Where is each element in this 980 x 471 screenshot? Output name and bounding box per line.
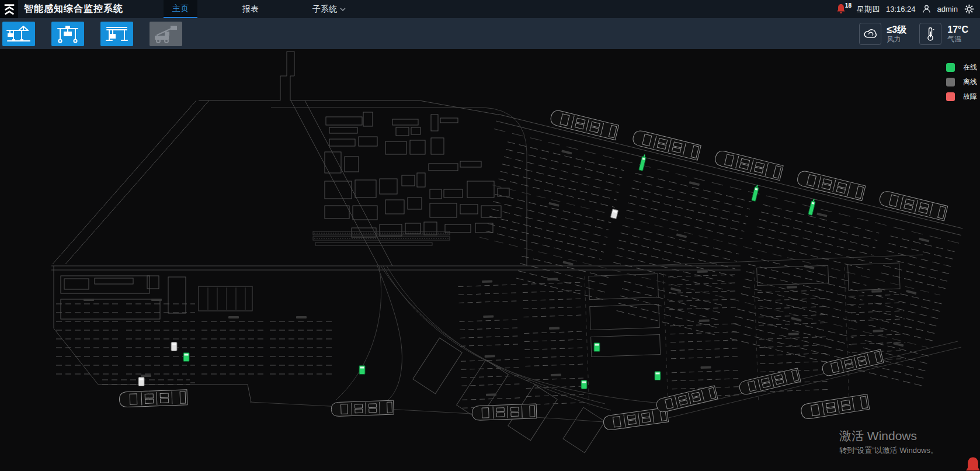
equipment-marker[interactable] <box>752 185 760 202</box>
alarm-bell-icon <box>963 455 980 471</box>
legend-offline-label: 离线 <box>963 77 977 87</box>
weather-panel: ≤3级 风力 17°C 气温 <box>859 18 968 49</box>
fault-swatch <box>946 92 955 101</box>
app-logo <box>0 0 18 18</box>
tab-home[interactable]: 主页 <box>164 0 197 18</box>
ship <box>738 368 801 396</box>
docked-ships-north <box>550 109 948 221</box>
container-rows-left-yard <box>56 299 333 385</box>
user-icon <box>922 5 931 13</box>
legend-online-label: 在线 <box>963 63 977 72</box>
username-text[interactable]: admin <box>937 5 958 13</box>
rail-strips <box>313 231 450 245</box>
temperature-value: 17°C <box>947 25 968 35</box>
tab-home-label: 主页 <box>172 0 189 17</box>
ship <box>119 390 187 407</box>
equipment-marker[interactable] <box>359 366 365 375</box>
rtg-crane-icon <box>55 25 81 43</box>
container-rows-diagonal <box>475 137 957 386</box>
temperature-label: 气温 <box>947 35 968 43</box>
quay-crane-icon <box>6 25 32 43</box>
equipment-filter-buttons <box>0 22 182 46</box>
equipment-marker[interactable] <box>594 343 600 352</box>
wind-widget: ≤3级 风力 <box>859 23 907 45</box>
ship <box>800 394 870 420</box>
navbar-right: 18 星期四 13:16:24 admin <box>836 0 974 18</box>
equipment-marker[interactable] <box>171 342 177 351</box>
port-map-area: 在线 离线 故障 激活 Windows 转到“设置”以激活 Windows。 <box>0 49 980 471</box>
ship <box>655 386 718 413</box>
temperature-widget: 17°C 气温 <box>919 23 968 45</box>
legend-fault-label: 故障 <box>963 92 977 102</box>
equipment-marker[interactable] <box>183 353 189 362</box>
quay-crane-button[interactable] <box>2 22 35 46</box>
status-legend: 在线 离线 故障 <box>946 63 977 101</box>
legend-item-fault: 故障 <box>946 92 977 101</box>
tab-reports-label: 报表 <box>242 0 259 18</box>
corner-alarm-button[interactable] <box>963 455 980 471</box>
equipment-marker[interactable] <box>138 378 144 386</box>
docked-ships-south <box>119 349 884 431</box>
wind-icon-box <box>859 23 881 45</box>
rtg-crane-button[interactable] <box>51 22 84 46</box>
offline-swatch <box>946 78 955 86</box>
ship <box>821 349 884 377</box>
legend-item-online: 在线 <box>946 63 977 72</box>
wind-label: 风力 <box>887 35 907 43</box>
ship <box>603 407 669 431</box>
reach-stacker-button[interactable] <box>150 22 182 46</box>
logo-icon <box>3 3 16 16</box>
reach-stacker-icon <box>153 25 179 43</box>
tab-subsystems[interactable]: 子系统 <box>304 0 355 18</box>
container-rows-right-yard <box>458 263 907 410</box>
page-title: 智能感知综合监控系统 <box>24 3 123 15</box>
rmg-crane-icon <box>104 25 130 43</box>
equipment-toolbar: ≤3级 风力 17°C 气温 <box>0 18 980 49</box>
tab-subsystems-label: 子系统 <box>312 0 337 18</box>
rmg-crane-button[interactable] <box>100 22 133 46</box>
online-swatch <box>946 63 955 72</box>
equipment-marker[interactable] <box>610 209 618 219</box>
gear-icon <box>964 4 974 14</box>
wind-value: ≤3级 <box>887 25 907 35</box>
thermometer-icon <box>923 26 938 41</box>
top-navbar: 智能感知综合监控系统 主页 报表 子系统 18 <box>0 0 980 18</box>
settings-button[interactable] <box>964 4 974 14</box>
ship <box>331 400 394 417</box>
cloud-wind-icon <box>863 26 878 41</box>
map-buildings <box>61 112 509 319</box>
weekday-text: 星期四 <box>857 4 880 15</box>
equipment-marker[interactable] <box>581 380 587 389</box>
equipment-marker[interactable] <box>808 199 816 216</box>
bell-icon <box>836 3 846 14</box>
rail-curves <box>336 266 661 410</box>
ship <box>472 404 537 421</box>
port-map[interactable] <box>0 49 980 471</box>
notification-count-badge: 18 <box>845 2 852 9</box>
notifications-button[interactable]: 18 <box>836 3 850 16</box>
equipment-marker[interactable] <box>655 372 661 380</box>
tab-reports[interactable]: 报表 <box>234 0 267 18</box>
garage-building <box>199 286 252 311</box>
clock-text: 13:16:24 <box>886 5 916 13</box>
app-root: 智能感知综合监控系统 主页 报表 子系统 18 <box>0 0 980 471</box>
warehouses <box>413 338 605 453</box>
chevron-down-icon <box>340 8 346 11</box>
legend-item-offline: 离线 <box>946 78 977 86</box>
temperature-icon-box <box>919 23 941 45</box>
main-tabs: 主页 报表 子系统 <box>164 0 355 18</box>
